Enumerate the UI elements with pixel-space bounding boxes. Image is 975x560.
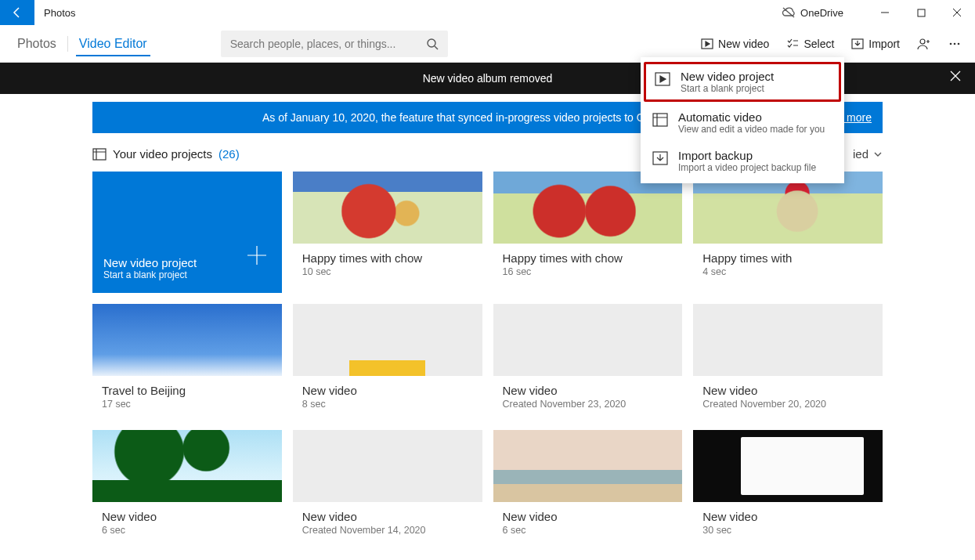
thumbnail <box>693 304 883 376</box>
import-backup-icon <box>652 149 669 165</box>
svg-point-6 <box>954 43 956 45</box>
tab-video-editor[interactable]: Video Editor <box>68 25 158 63</box>
cloud-off-icon <box>782 7 796 18</box>
svg-rect-8 <box>93 149 106 160</box>
notification-text: New video album removed <box>423 72 553 85</box>
project-card[interactable]: New videoCreated November 14, 2020 <box>293 430 482 545</box>
person-add-icon <box>917 38 931 50</box>
maximize-button[interactable] <box>903 0 939 25</box>
thumbnail <box>493 430 683 502</box>
projects-grid: New video project Start a blank project … <box>92 172 883 545</box>
section-label: Your video projects <box>113 147 212 161</box>
thumbnail <box>92 430 282 502</box>
chevron-down-icon <box>873 150 883 159</box>
project-card[interactable]: New video8 sec <box>293 304 482 419</box>
more-icon <box>948 38 961 50</box>
project-card[interactable]: New video6 sec <box>493 430 683 545</box>
thumbnail <box>92 304 282 376</box>
app-title: Photos <box>34 7 75 19</box>
project-card[interactable]: Travel to Beijing17 sec <box>92 304 282 419</box>
project-card[interactable]: New video6 sec <box>92 430 282 545</box>
select-button[interactable]: Select <box>778 30 842 58</box>
search-placeholder: Search people, places, or things... <box>230 38 396 50</box>
thumbnail <box>293 172 482 244</box>
menu-import-backup[interactable]: Import backupImport a video project back… <box>641 142 844 180</box>
thumbnail <box>493 304 683 376</box>
thumbnail <box>693 430 883 502</box>
more-button[interactable] <box>941 30 969 58</box>
svg-point-7 <box>958 43 960 45</box>
onedrive-status[interactable]: OneDrive <box>777 7 867 19</box>
menu-new-video-project[interactable]: New video projectStart a blank project <box>644 62 841 102</box>
new-video-icon <box>701 38 713 49</box>
project-card[interactable]: Happy times with chow10 sec <box>293 172 482 293</box>
svg-point-1 <box>428 39 435 47</box>
svg-point-5 <box>950 43 952 45</box>
project-card[interactable]: Happy times with4 sec <box>693 172 883 293</box>
select-icon <box>786 38 799 49</box>
project-card[interactable]: New videoCreated November 23, 2020 <box>493 304 683 419</box>
new-video-menu: New video projectStart a blank project A… <box>641 57 844 183</box>
import-button[interactable]: Import <box>843 30 908 58</box>
plus-icon <box>246 244 268 269</box>
titlebar: Photos OneDrive <box>0 0 975 25</box>
svg-rect-10 <box>653 114 667 126</box>
import-icon <box>851 38 864 49</box>
svg-point-4 <box>920 39 925 44</box>
project-card[interactable]: New videoCreated November 20, 2020 <box>693 304 883 419</box>
project-card[interactable]: New video30 sec <box>693 430 883 545</box>
notification-close[interactable] <box>950 70 961 84</box>
sort-dropdown[interactable]: ied <box>853 147 883 161</box>
search-icon <box>426 38 439 50</box>
close-button[interactable] <box>939 0 975 25</box>
project-count: (26) <box>218 147 240 161</box>
person-button[interactable] <box>909 30 939 58</box>
new-tile-sub: Start a blank project <box>103 269 271 280</box>
new-video-button[interactable]: New video <box>693 30 777 58</box>
tab-photos[interactable]: Photos <box>6 25 67 63</box>
onedrive-label: OneDrive <box>800 7 843 19</box>
auto-video-icon <box>652 110 669 127</box>
video-project-icon <box>654 70 671 86</box>
project-card[interactable]: Happy times with chow16 sec <box>493 172 683 293</box>
new-project-tile[interactable]: New video project Start a blank project <box>92 172 282 293</box>
thumbnail <box>293 430 482 502</box>
minimize-button[interactable] <box>867 0 903 25</box>
projects-icon <box>92 148 107 161</box>
thumbnail <box>293 304 482 376</box>
search-input[interactable]: Search people, places, or things... <box>221 31 448 57</box>
svg-rect-0 <box>918 9 925 16</box>
back-button[interactable] <box>0 0 34 25</box>
menu-automatic-video[interactable]: Automatic videoView and edit a video mad… <box>641 103 844 142</box>
